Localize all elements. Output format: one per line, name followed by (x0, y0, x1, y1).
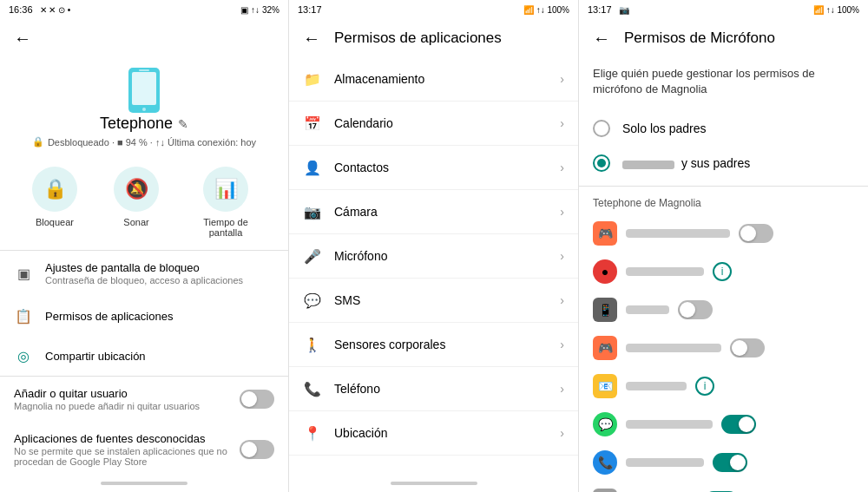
quick-action-sonar[interactable]: 🔕 Sonar (114, 167, 159, 238)
settings-anadir-subtitle: Magnolia no puede añadir ni quitar usuar… (14, 401, 227, 411)
perm-item-almacenamiento[interactable]: 📁 Almacenamiento › (289, 57, 578, 102)
telefono-label: Teléfono (334, 382, 548, 396)
settings-item-permisos[interactable]: 📋 Permisos de aplicaciones (0, 296, 288, 336)
radio-y-padres (593, 154, 610, 172)
status-time-1: 16:36 (9, 4, 33, 15)
tiempo-label: Tiempo de pantalla (195, 217, 256, 238)
app-permissions-list: 🎮 ● i 📱 🎮 📧 i 💬 (579, 214, 868, 492)
info-icon-5[interactable]: i (695, 377, 714, 396)
quick-action-bloquear[interactable]: 🔒 Bloquear (32, 167, 77, 238)
permisos-icon: 📋 (14, 306, 33, 325)
status-bar-right-2: 📶 ↑↓ 100% (523, 5, 569, 15)
panel-microphone-permissions: 13:17 📷 📶 ↑↓ 100% ← Permisos de Micrófon… (579, 0, 868, 492)
app-icon-3: 📱 (593, 298, 617, 322)
sensores-icon: 🚶 (303, 335, 322, 354)
mic-description: Elige quién puede gestionar los permisos… (579, 57, 868, 111)
almacenamiento-icon: 📁 (303, 69, 322, 89)
settings-ubicacion-title: Compartir ubicación (45, 350, 274, 363)
app-perm-item-8: 📱 (579, 482, 868, 492)
toggle-app-7[interactable] (713, 453, 747, 472)
settings-item-ubicacion[interactable]: ◎ Compartir ubicación (0, 336, 288, 376)
permissions-list: 📁 Almacenamiento › 📅 Calendario › 👤 Cont… (289, 57, 578, 475)
perm-item-microfono[interactable]: 🎤 Micrófono › (289, 234, 578, 279)
back-button-2[interactable]: ← (303, 29, 320, 49)
tiempo-icon-circle: 📊 (203, 167, 248, 212)
settings-fuentes-title: Aplicaciones de fuentes desconocidas (14, 432, 227, 445)
device-header: Tetephone ✎ 🔒 Desbloqueado · ■ 94 % · ↑↓… (0, 57, 288, 158)
toggle-fuentes[interactable] (240, 440, 274, 459)
app-perm-item-2: ● i (579, 253, 868, 291)
svg-rect-1 (132, 72, 156, 105)
bottom-indicator-1 (0, 475, 288, 492)
app-name-5 (626, 382, 687, 390)
panel2-title: Permisos de aplicaciones (334, 30, 502, 47)
toggle-app-4[interactable] (730, 338, 765, 358)
status-bar-right-3: 📶 ↑↓ 100% (813, 5, 859, 15)
status-icons-1: ✕ ✕ ⊙ • (40, 5, 71, 15)
contactos-icon: 👤 (303, 158, 322, 177)
microfono-icon: 🎤 (303, 246, 322, 266)
chevron-contactos: › (560, 161, 564, 174)
settings-fuentes-subtitle: No se permite que se instalen aplicacion… (14, 446, 227, 467)
toggle-app-1[interactable] (739, 224, 773, 243)
perm-item-telefono[interactable]: 📞 Teléfono › (289, 367, 578, 411)
settings-fuentes-text: Aplicaciones de fuentes desconocidas No … (14, 432, 227, 467)
settings-item-pantalla-bloqueo[interactable]: ▣ Ajustes de pantalla de bloqueo Contras… (0, 251, 288, 296)
panel-app-permissions: 13:17 📶 ↑↓ 100% ← Permisos de aplicacion… (289, 0, 579, 492)
back-button-1[interactable]: ← (14, 29, 31, 49)
app-icon-1: 🎮 (593, 221, 617, 246)
status-bar-left-2: 13:17 (298, 4, 322, 15)
sound-icon: 🔕 (125, 178, 148, 200)
status-time-2: 13:17 (298, 4, 322, 15)
bottom-indicator-2 (289, 475, 578, 492)
perm-item-sms[interactable]: 💬 SMS › (289, 279, 578, 323)
app-name-1 (626, 229, 730, 238)
edit-icon[interactable]: ✎ (178, 117, 188, 131)
perm-item-contactos[interactable]: 👤 Contactos › (289, 146, 578, 190)
almacenamiento-label: Almacenamiento (334, 72, 548, 86)
settings-item-fuentes[interactable]: Aplicaciones de fuentes desconocidas No … (0, 422, 288, 475)
perm-item-ubicacion[interactable]: 📍 Ubicación › (289, 411, 578, 456)
status-battery-1: 32% (262, 5, 279, 15)
status-bar-1: 16:36 ✕ ✕ ⊙ • ▣ ↑↓ 32% (0, 0, 288, 19)
chart-icon: 📊 (214, 178, 238, 200)
sms-label: SMS (334, 293, 548, 307)
quick-actions: 🔒 Bloquear 🔕 Sonar 📊 Tiempo de pantalla (0, 158, 288, 250)
perm-item-sensores[interactable]: 🚶 Sensores corporales › (289, 323, 578, 367)
svg-point-2 (142, 108, 146, 111)
lock-icon: 🔒 (43, 178, 67, 200)
toggle-app-3[interactable] (678, 300, 713, 319)
section-label-tetephone: Tetephone de Magnolia (579, 187, 868, 214)
sonar-icon-circle: 🔕 (114, 167, 159, 212)
status-bar-left-1: 16:36 ✕ ✕ ⊙ • (9, 4, 70, 15)
settings-list: ▣ Ajustes de pantalla de bloqueo Contras… (0, 251, 288, 475)
settings-item-ubicacion-text: Compartir ubicación (45, 350, 274, 363)
info-icon-2[interactable]: i (713, 262, 732, 281)
top-bar-1: ← (0, 19, 288, 57)
settings-permisos-title: Permisos de aplicaciones (45, 310, 274, 323)
chevron-almacenamiento: › (560, 72, 564, 86)
ubicacion-perm-label: Ubicación (334, 426, 548, 440)
calendario-label: Calendario (334, 116, 548, 130)
sensores-label: Sensores corporales (334, 338, 548, 351)
status-bar-2: 13:17 📶 ↑↓ 100% (289, 0, 578, 19)
calendario-icon: 📅 (303, 114, 322, 133)
quick-action-tiempo[interactable]: 📊 Tiempo de pantalla (195, 167, 256, 238)
radio-option-y-padres[interactable]: y sus padres (579, 146, 868, 180)
settings-anadir-text: Añadir o quitar usuario Magnolia no pued… (14, 387, 227, 411)
perm-item-calendario[interactable]: 📅 Calendario › (289, 102, 578, 146)
perm-item-camara[interactable]: 📷 Cámara › (289, 190, 578, 234)
settings-pantalla-subtitle: Contraseña de bloqueo, acceso a aplicaci… (45, 275, 274, 285)
app-icon-8: 📱 (593, 489, 617, 492)
toggle-anadir-usuario[interactable] (240, 390, 274, 409)
toggle-app-6[interactable] (721, 415, 756, 434)
radio-option-solo-padres[interactable]: Solo los padres (579, 111, 868, 146)
chevron-camara: › (560, 205, 564, 219)
back-button-3[interactable]: ← (593, 29, 610, 49)
app-perm-item-6: 💬 (579, 405, 868, 443)
app-perm-item-1: 🎮 (579, 214, 868, 253)
lock-icon-small: 🔒 (32, 136, 44, 148)
camara-icon: 📷 (303, 202, 322, 221)
app-perm-item-3: 📱 (579, 291, 868, 329)
settings-item-anadir-usuario[interactable]: Añadir o quitar usuario Magnolia no pued… (0, 377, 288, 422)
